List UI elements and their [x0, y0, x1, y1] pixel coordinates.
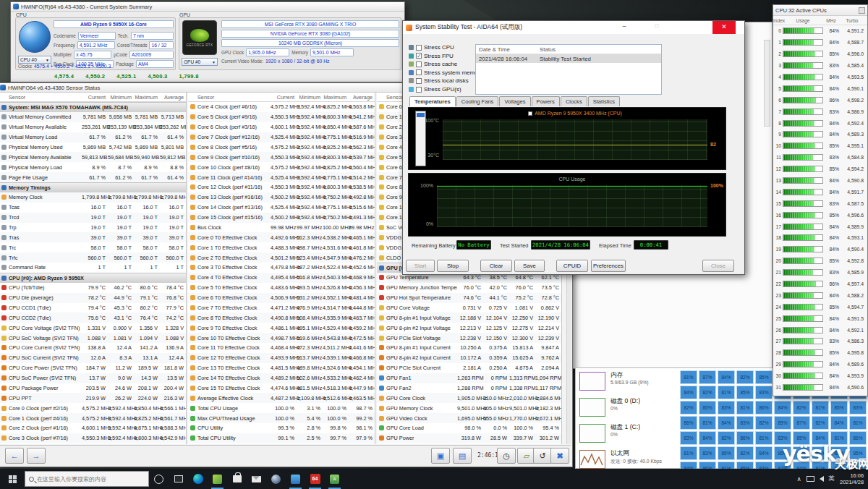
logical-processor-cell[interactable]: 87%	[793, 416, 810, 430]
sensor-row[interactable]: GPU Core Clock1,905.0 MHz210.0 MHz2,010.…	[377, 393, 561, 403]
logical-processor-cell[interactable]: 81%	[680, 370, 697, 384]
thread-row[interactable]: 1484%4,591.7	[773, 186, 867, 197]
column-header-current[interactable]: Current	[82, 94, 108, 101]
logical-processor-cell[interactable]: 81%	[793, 446, 810, 460]
sensor-row[interactable]: CPU Core Power (SVI2 TFN)184.7 W11.2 W18…	[0, 363, 186, 373]
tray-chevron-icon[interactable]: ∧	[796, 475, 801, 482]
log-header-date[interactable]: Date & Time	[476, 46, 540, 53]
thread-row[interactable]: 285%4,596.0	[773, 48, 867, 60]
thread-row[interactable]: 1085%4,595.1	[773, 140, 867, 152]
taskbar-icon-task-view[interactable]	[169, 469, 188, 489]
sensor-row[interactable]: GPU Video Clock1,695.0 MHz555.0 MHz1,770…	[377, 413, 561, 423]
gpu-name-field[interactable]: 10240 MB GDDR6X (Micron)	[221, 39, 399, 47]
logical-processor-cell[interactable]: 86%	[849, 431, 867, 445]
tray-clock[interactable]: 16:06 2021/4/28	[840, 472, 864, 486]
sensor-row[interactable]: GPU 8-pin #2 Input Voltage12.213 V12.125…	[377, 323, 561, 333]
sensor-row[interactable]: Core 11 Clock (perf #14/16)4,525.4 MHz3,…	[188, 172, 375, 182]
taskbar-icon-store[interactable]	[227, 469, 247, 489]
sensor-row[interactable]: Total CPU Utility99.1 %2.5 %99.7 %97.9 %	[188, 433, 375, 443]
clear-button[interactable]: Clear	[480, 260, 512, 272]
sensor-row[interactable]: CPU Package Power203.5 W24.6 W208.1 W200…	[0, 383, 186, 394]
thread-row[interactable]: 686%4,598.2	[773, 94, 867, 106]
logical-processor-cell[interactable]: 82%	[699, 386, 716, 399]
sensor-row[interactable]: Core 9 T0 Effective Clock4,486.1 MHz495.…	[188, 323, 375, 333]
column-header-average[interactable]: Average	[160, 94, 186, 101]
forward-arrow-button[interactable]: →	[27, 448, 46, 464]
sensor-row[interactable]: Virtual Memory Available253,261 MB253,13…	[0, 122, 186, 132]
reset-values-button[interactable]: ↺	[533, 448, 552, 464]
cpu-brand-field[interactable]: AMD Ryzen 9 5950X 16-Core	[54, 20, 174, 28]
sensor-row[interactable]: CPU CCD1 (Tdie)79.4 °C45.3 °C80.2 °C77.9…	[0, 303, 186, 313]
logical-processor-cell[interactable]: 81%	[699, 416, 716, 430]
sensor-row[interactable]: Average Effective Clock4,487.2 MHz1,109.…	[188, 393, 375, 403]
sensor-row[interactable]: Core 6 Clock (perf #3/16)4,600.1 MHz3,59…	[188, 122, 375, 132]
logical-processor-cell[interactable]: 86%	[736, 431, 754, 445]
column-header-current[interactable]: Current	[271, 94, 297, 101]
sensor-row[interactable]: GPU Memory Clock9,501.0 MHz405.0 MHz9,50…	[377, 403, 561, 413]
sensor-section-row[interactable]: System: MSI MAG X570 TOMAHAWK (MS-7C84)	[0, 102, 186, 112]
thread-row[interactable]: 1984%4,590.4	[773, 244, 867, 255]
sensor-row[interactable]: Physical Memory Used5,869 MB5,742 MB5,86…	[0, 143, 186, 153]
threads-titlebar[interactable]: CPU:32 Active CPUs	[773, 5, 867, 16]
thread-row[interactable]: 3184%4,590.6	[773, 382, 867, 394]
sensor-row[interactable]: Core 7 Clock (perf #12/16)4,525.4 MHz3,5…	[188, 132, 375, 143]
logical-processor-cell[interactable]: 85%	[849, 446, 867, 460]
thread-row[interactable]: 3084%4,593.9	[773, 370, 867, 382]
field-value[interactable]: x 45.75	[74, 51, 111, 59]
logical-processor-cell[interactable]: 82%	[680, 401, 697, 414]
sensor-row[interactable]: Trcd19.0 T19.0 T19.0 T19.0 T	[0, 213, 186, 223]
sensor-row[interactable]: Physical Memory Load8.9 %8.7 %8.9 %8.8 %	[0, 162, 186, 172]
back-arrow-button[interactable]: ←	[5, 448, 24, 464]
thread-row[interactable]: 2485%4,594.7	[773, 301, 867, 312]
gpu-select[interactable]: GPU #0▼	[182, 58, 218, 66]
logical-processor-cell[interactable]: 81%	[755, 431, 773, 445]
sensor-row[interactable]: Trfc560.0 T560.0 T560.0 T560.0 T	[0, 252, 186, 263]
sensor-row[interactable]: Core 1 T0 Effective Clock4,488.3 MHz498.…	[188, 242, 375, 252]
stress-option-stress-local-disks[interactable]: Stress local disks	[409, 77, 469, 85]
maximize-button[interactable]: □	[649, 22, 665, 33]
legend-checkbox[interactable]	[528, 111, 532, 116]
column-header-minimum[interactable]: Minimum	[297, 94, 323, 101]
sensor-row[interactable]: GPU PCIe Slot Current2.181 A0.250 A4.875…	[377, 363, 561, 373]
sensor-row[interactable]: CPU PPT219.9 W26.2 W224.0 W216.3 W	[0, 393, 186, 403]
logical-processor-cell[interactable]: 85%	[699, 401, 716, 414]
cpuid-button[interactable]: CPUID	[556, 260, 588, 272]
logical-processor-cell[interactable]: 85%	[755, 370, 773, 384]
logical-processor-cell[interactable]: 82%	[736, 370, 754, 384]
sensor-row[interactable]: Memory Clock1,799.8 MHz1,799.8 MHz1,799.…	[0, 192, 186, 203]
thread-row[interactable]: 2085%4,592.8	[773, 255, 867, 267]
stress-checkbox[interactable]	[416, 69, 422, 75]
logical-processor-cell[interactable]: 83%	[755, 386, 773, 399]
field-value[interactable]: 16 / 32	[149, 41, 174, 49]
sensor-row[interactable]: GPU 8-pin #1 Input Voltage12.188 V12.104…	[377, 312, 561, 323]
sensor-row[interactable]: Core 5 Clock (perf #9/16)4,550.3 MHz3,59…	[188, 112, 375, 122]
logical-processor-cell[interactable]: 83%	[736, 416, 754, 430]
sensor-row[interactable]: Core 3 T0 Effective Clock4,479.8 MHz487.…	[188, 263, 375, 273]
summary-titlebar[interactable]: HWiNFO(R)64 v6.43-4380 - Current System …	[11, 2, 404, 12]
sensor-row[interactable]: Core 9 Clock (perf #10/16)4,550.3 MHz3,5…	[188, 152, 375, 162]
logging-start-button[interactable]: ▣	[431, 448, 450, 464]
search-input[interactable]	[37, 476, 138, 482]
column-header-maximum[interactable]: Maximum	[134, 94, 160, 101]
logical-processor-cell[interactable]: 82%	[718, 431, 735, 445]
thread-row[interactable]: 1384%4,590.8	[773, 175, 867, 187]
taskbar-icon-app-sphere[interactable]	[266, 469, 286, 489]
field-value[interactable]: 1,905.0 MHz	[246, 48, 289, 56]
thread-row[interactable]: 184%4,588.7	[773, 37, 867, 48]
sensor-row[interactable]: GPU 8-pin #1 Input Current10.250 A0.375 …	[377, 343, 561, 353]
thread-row[interactable]: 584%4,590.1	[773, 82, 867, 94]
tab-temperatures[interactable]: Temperatures	[409, 96, 456, 106]
logical-processor-cell[interactable]: 82%	[793, 401, 810, 414]
stress-option-stress-system-memory[interactable]: Stress system memory	[409, 69, 482, 77]
logical-processor-cell[interactable]: 83%	[812, 446, 829, 460]
logical-processor-cell[interactable]: 81%	[736, 401, 754, 414]
logical-processor-cell[interactable]: 82%	[736, 446, 754, 460]
volume-icon[interactable]	[820, 476, 824, 482]
taskbar-icon-mail[interactable]	[247, 469, 266, 489]
gpu-name-field[interactable]: NVIDIA GeForce RTX 3080 (GA102)	[221, 30, 399, 38]
logical-processor-cell[interactable]: 83%	[699, 446, 716, 460]
column-header-sensor[interactable]: Sensor	[9, 94, 82, 101]
taskbar-icon-edge[interactable]	[188, 469, 208, 489]
sensor-row[interactable]: Core 15 Clock (perf #15/16)4,500.2 MHz3,…	[188, 213, 375, 223]
preferences-button[interactable]: Preferences	[591, 260, 626, 272]
